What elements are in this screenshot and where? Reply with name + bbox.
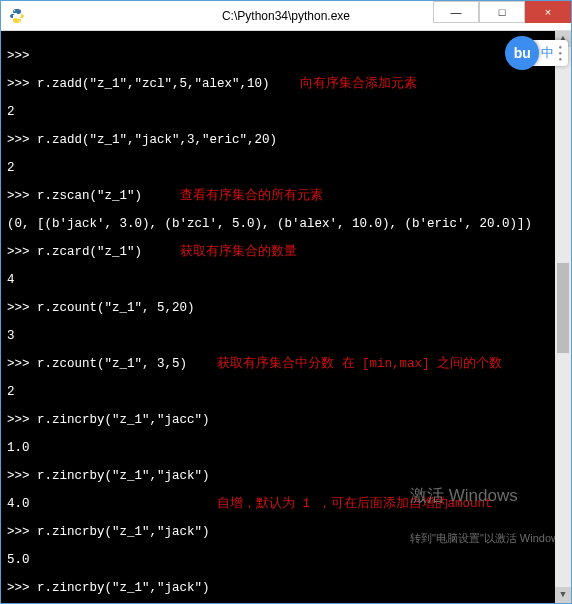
term-line: 4 (7, 273, 565, 287)
term-line: (0, [(b'jack', 3.0), (b'zcl', 5.0), (b'a… (7, 217, 565, 231)
scroll-down-button[interactable]: ▼ (555, 587, 571, 603)
vertical-scrollbar[interactable]: ▲ ▼ (555, 31, 571, 603)
term-line: >>> r.zincrby("z_1","jack") (7, 469, 565, 483)
term-line: >>> r.zincrby("z_1","jacc") (7, 413, 565, 427)
svg-point-0 (14, 10, 15, 11)
close-button[interactable]: × (525, 1, 571, 23)
term-line: 1.0 (7, 441, 565, 455)
term-line: 5.0 (7, 553, 565, 567)
term-line: 4.0 自增，默认为 1 ，可在后面添加自增的amount (7, 497, 565, 511)
ime-menu-icon: ●●● (558, 44, 562, 62)
annotation-scan: 查看有序集合的所有元素 (180, 189, 323, 203)
ime-language-label: 中 (541, 44, 554, 62)
app-window: C:\Python34\python.exe — □ × >>> >>> r.z… (0, 0, 572, 604)
scroll-track[interactable] (555, 47, 571, 587)
window-controls: — □ × (433, 1, 571, 30)
maximize-button[interactable]: □ (479, 1, 525, 23)
term-line: 2 (7, 105, 565, 119)
term-line: 3 (7, 329, 565, 343)
minimize-button[interactable]: — (433, 1, 479, 23)
term-line: >>> r.zscan("z_1") 查看有序集合的所有元素 (7, 189, 565, 203)
term-line: >>> (7, 49, 565, 63)
svg-point-1 (19, 20, 20, 21)
python-icon (9, 8, 25, 24)
term-line: >>> r.zcount("z_1", 5,20) (7, 301, 565, 315)
term-line: >>> r.zincrby("z_1","jack") (7, 525, 565, 539)
term-line: >>> r.zadd("z_1","zcl",5,"alex",10) 向有序集… (7, 77, 565, 91)
term-line: >>> r.zcard("z_1") 获取有序集合的数量 (7, 245, 565, 259)
term-line: >>> r.zadd("z_1","jack",3,"eric",20) (7, 133, 565, 147)
term-line: >>> r.zcount("z_1", 3,5) 获取有序集合中分数 在 [mi… (7, 357, 565, 371)
scroll-thumb[interactable] (557, 263, 569, 353)
annotation-incr: 自增，默认为 1 ，可在后面添加自增的amount (217, 497, 493, 511)
term-line: >>> r.zincrby("z_1","jack") (7, 581, 565, 595)
terminal-output[interactable]: >>> >>> r.zadd("z_1","zcl",5,"alex",10) … (1, 31, 571, 603)
annotation-add: 向有序集合添加元素 (300, 77, 417, 91)
annotation-card: 获取有序集合的数量 (180, 245, 297, 259)
term-line: 2 (7, 161, 565, 175)
titlebar[interactable]: C:\Python34\python.exe — □ × (1, 1, 571, 31)
annotation-count: 获取有序集合中分数 在 [min,max] 之间的个数 (217, 357, 502, 371)
term-line: 2 (7, 385, 565, 399)
baidu-ime-widget[interactable]: bu 中 ●●● (505, 36, 568, 70)
